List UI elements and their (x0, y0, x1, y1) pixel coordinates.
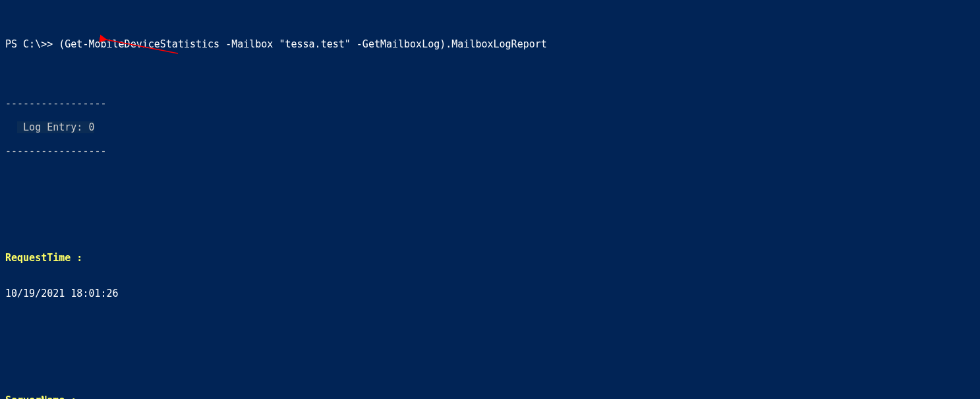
log-entry-header: Log Entry: 0 (17, 121, 94, 133)
field-server-name: ServerName : M-MX2 (5, 371, 975, 399)
server-name-label: ServerName : (5, 394, 975, 399)
divider-bottom: ----------------- (5, 145, 975, 157)
powershell-terminal[interactable]: PS C:\>> (Get-MobileDeviceStatistics -Ma… (0, 0, 980, 399)
request-time-label: RequestTime : (5, 252, 975, 264)
command-line: PS C:\>> (Get-MobileDeviceStatistics -Ma… (5, 38, 975, 50)
divider-top: ----------------- (5, 98, 975, 109)
request-time-value: 10/19/2021 18:01:26 (5, 288, 975, 299)
field-request-time: RequestTime : 10/19/2021 18:01:26 (5, 228, 975, 323)
